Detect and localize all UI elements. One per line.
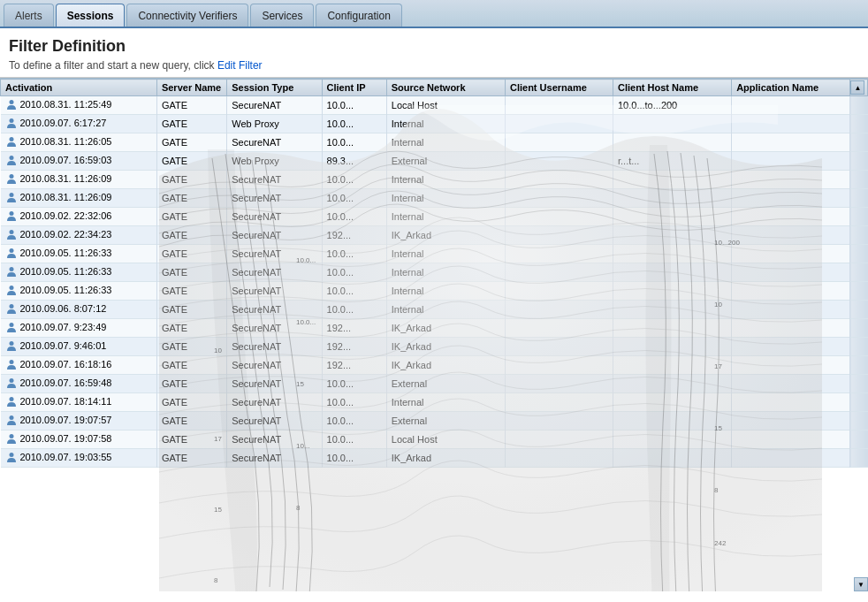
table-row[interactable]: 2010.09.02. 22:32:06GATESecureNAT10.0...… — [1, 208, 868, 226]
tab-alerts[interactable]: Alerts — [4, 4, 54, 27]
cell-server: GATE — [156, 338, 226, 356]
cell-username — [505, 319, 613, 338]
table-row[interactable]: 2010.09.07. 9:23:49GATESecureNAT192...IK… — [1, 319, 868, 338]
cell-scrollbar — [850, 338, 868, 356]
table-row[interactable]: 2010.09.05. 11:26:33GATESecureNAT10.0...… — [1, 263, 868, 282]
col-header-username[interactable]: Client Username — [505, 80, 613, 96]
cell-session: SecureNAT — [227, 282, 322, 301]
cell-client-ip: 10.0... — [322, 412, 386, 431]
col-header-session[interactable]: Session Type — [227, 80, 322, 96]
tab-sessions[interactable]: Sessions — [56, 4, 126, 27]
cell-session: SecureNAT — [227, 356, 322, 375]
cell-hostname — [613, 133, 731, 152]
table-row[interactable]: 2010.09.07. 6:17:27GATEWeb Proxy10.0...I… — [1, 115, 868, 133]
cell-scrollbar — [850, 133, 868, 152]
cell-hostname — [613, 263, 731, 282]
col-header-hostname[interactable]: Client Host Name — [613, 80, 731, 96]
cell-app — [732, 152, 850, 171]
cell-server: GATE — [156, 263, 226, 282]
cell-app — [732, 282, 850, 301]
cell-scrollbar — [850, 301, 868, 319]
cell-client-ip: 10.0... — [322, 449, 386, 468]
table-row[interactable]: 2010.09.05. 11:26:33GATESecureNAT10.0...… — [1, 282, 868, 301]
tab-connectivity[interactable]: Connectivity Verifiers — [126, 4, 248, 27]
cell-source: IK_Arkad — [386, 338, 505, 356]
table-row[interactable]: 2010.09.07. 9:46:01GATESecureNAT192...IK… — [1, 338, 868, 356]
table-row[interactable]: 2010.09.07. 16:59:03GATEWeb Proxy89.3...… — [1, 152, 868, 171]
cell-source: IK_Arkad — [386, 449, 505, 468]
col-header-server[interactable]: Server Name — [156, 80, 226, 96]
cell-username — [505, 338, 613, 356]
svg-point-28 — [9, 341, 13, 346]
cell-server: GATE — [156, 356, 226, 375]
cell-activation: 2010.09.07. 16:59:03 — [1, 152, 157, 171]
table-row[interactable]: 2010.09.07. 19:03:55GATESecureNAT10.0...… — [1, 449, 868, 468]
svg-point-20 — [9, 193, 13, 197]
table-row[interactable]: 2010.09.07. 16:59:48GATESecureNAT10.0...… — [1, 375, 868, 393]
cell-server: GATE — [156, 412, 226, 431]
cell-activation: 2010.09.07. 19:07:58 — [1, 431, 157, 449]
cell-activation: 2010.09.07. 19:07:57 — [1, 412, 157, 431]
edit-filter-link[interactable]: Edit Filter — [217, 59, 263, 72]
scroll-down-arrow[interactable]: ▼ — [854, 577, 868, 591]
scroll-up-arrow[interactable]: ▲ — [850, 80, 864, 95]
cell-client-ip: 192... — [322, 319, 386, 338]
cell-app — [732, 189, 850, 208]
table-row[interactable]: 2010.08.31. 11:26:09GATESecureNAT10.0...… — [1, 189, 868, 208]
cell-app — [732, 133, 850, 152]
cell-activation: 2010.09.05. 11:26:33 — [1, 245, 157, 263]
cell-app — [732, 208, 850, 226]
cell-scrollbar — [850, 375, 868, 393]
cell-app — [732, 431, 850, 449]
cell-hostname — [613, 301, 731, 319]
svg-text:8: 8 — [714, 486, 719, 494]
cell-activation: 2010.09.02. 22:32:06 — [1, 208, 157, 226]
cell-server: GATE — [156, 152, 226, 171]
table-header-row: Activation Server Name Session Type Clie… — [1, 80, 868, 96]
tab-services[interactable]: Services — [250, 4, 314, 27]
cell-activation: 2010.09.07. 9:23:49 — [1, 319, 157, 338]
col-header-activation[interactable]: Activation — [1, 80, 157, 96]
cell-client-ip: 192... — [322, 338, 386, 356]
svg-point-27 — [9, 323, 13, 327]
cell-activation: 2010.09.07. 19:03:55 — [1, 449, 157, 468]
table-row[interactable]: 2010.09.05. 11:26:33GATESecureNAT10.0...… — [1, 245, 868, 263]
cell-app — [732, 356, 850, 375]
cell-app — [732, 412, 850, 431]
svg-text:242: 242 — [714, 539, 727, 547]
cell-session: SecureNAT — [227, 319, 322, 338]
svg-point-30 — [9, 378, 13, 383]
cell-hostname — [613, 208, 731, 226]
table-row[interactable]: 2010.08.31. 11:26:09GATESecureNAT10.0...… — [1, 171, 868, 189]
table-row[interactable]: 2010.09.07. 19:07:58GATESecureNAT10.0...… — [1, 431, 868, 449]
cell-client-ip: 10.0... — [322, 133, 386, 152]
table-row[interactable]: 2010.08.31. 11:25:49GATESecureNAT10.0...… — [1, 96, 868, 115]
cell-session: SecureNAT — [227, 96, 322, 115]
table-row[interactable]: 2010.09.06. 8:07:12GATESecureNAT10.0...I… — [1, 301, 868, 319]
table-row[interactable]: 2010.09.02. 22:34:23GATESecureNAT192...I… — [1, 226, 868, 245]
col-header-client-ip[interactable]: Client IP — [322, 80, 386, 96]
col-header-app[interactable]: Application Name — [732, 80, 850, 96]
cell-session: Web Proxy — [227, 115, 322, 133]
tab-configuration[interactable]: Configuration — [316, 4, 401, 27]
col-header-source[interactable]: Source Network — [386, 80, 505, 96]
cell-client-ip: 10.0... — [322, 189, 386, 208]
cell-client-ip: 10.0... — [322, 393, 386, 412]
cell-hostname — [613, 393, 731, 412]
table-row[interactable]: 2010.09.07. 16:18:16GATESecureNAT192...I… — [1, 356, 868, 375]
cell-app — [732, 338, 850, 356]
cell-username — [505, 133, 613, 152]
table-row[interactable]: 2010.09.07. 19:07:57GATESecureNAT10.0...… — [1, 412, 868, 431]
cell-client-ip: 10.0... — [322, 431, 386, 449]
cell-activation: 2010.08.31. 11:26:09 — [1, 171, 157, 189]
cell-server: GATE — [156, 319, 226, 338]
table-row[interactable]: 2010.09.07. 18:14:11GATESecureNAT10.0...… — [1, 393, 868, 412]
cell-username — [505, 375, 613, 393]
table-row[interactable]: 2010.08.31. 11:26:05GATESecureNAT10.0...… — [1, 133, 868, 152]
cell-client-ip: 10.0... — [322, 96, 386, 115]
svg-point-22 — [9, 230, 13, 234]
cell-source: Internal — [386, 245, 505, 263]
cell-scrollbar — [850, 449, 868, 468]
cell-session: SecureNAT — [227, 375, 322, 393]
cell-source: Internal — [386, 115, 505, 133]
